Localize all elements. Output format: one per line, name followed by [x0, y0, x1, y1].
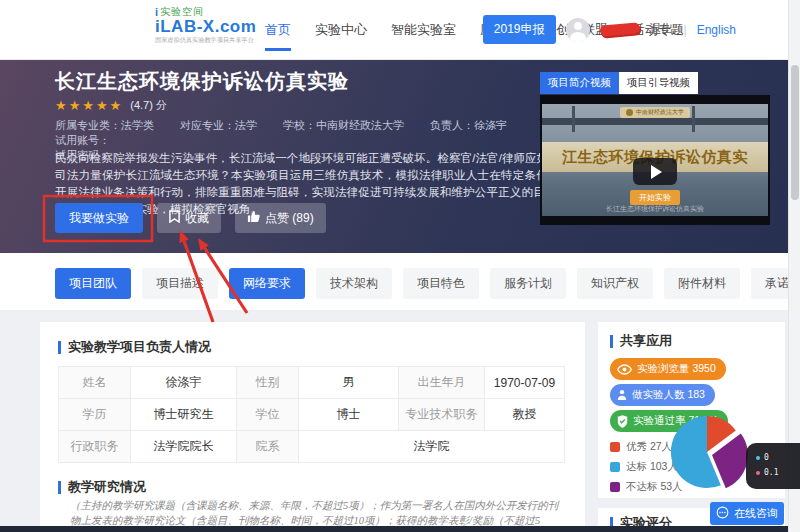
eye-icon [617, 364, 632, 375]
nav-item-smart-lab[interactable]: 智能实验室 [391, 0, 456, 59]
hero-banner: 长江生态环境保护诉讼仿真实验 ★★★★★ (4.7) 分 所属专业类：法学类对应… [0, 60, 788, 253]
navbar: i 实验空间 iLAB-X.com 国家虚拟仿真实验教学项目共享平台 首页 实验… [0, 0, 788, 60]
tab-intellectual-property[interactable]: 知识产权 [577, 268, 653, 299]
legend-swatch [610, 442, 620, 452]
video-tabs: 项目简介视频 项目引导视频 [540, 72, 698, 94]
section-accent-bar [58, 481, 61, 494]
video-caption: 长江生态环境保护诉讼仿真实验 [542, 204, 768, 214]
cell-label: 学位 [237, 399, 299, 431]
university-emblem: 中南财经政法大学 [620, 107, 690, 118]
cell-label: 姓名 [59, 367, 131, 399]
scrollbar-thumb[interactable] [791, 65, 799, 200]
legend-swatch [610, 462, 620, 472]
video-tab-intro[interactable]: 项目简介视频 [540, 72, 619, 94]
user-avatar[interactable] [566, 18, 590, 42]
intro-video-player[interactable]: 中南财经政法大学 江生态环境保护诉讼仿真实 开始实验 长江生态环境保护诉讼仿真实… [540, 95, 770, 225]
thumbs-up-icon [247, 210, 260, 226]
table-row: 行政职务 法学院院长 院系 法学院 [59, 431, 565, 463]
cell-value: 徐涤宇 [131, 367, 237, 399]
logo-tagline: 国家虚拟仿真实验教学项目共享平台 [155, 36, 260, 45]
person-icon [617, 389, 627, 401]
online-consult-button[interactable]: 在线咨询 [710, 502, 784, 525]
video-start-experiment-button[interactable]: 开始实验 [630, 190, 680, 205]
star-rating-icons: ★★★★★ [55, 98, 123, 113]
leader-info-card: 实验教学项目负责人情况 姓名 徐涤宇 性别 男 出生年月 1970-07-09 … [40, 322, 585, 526]
tab-project-description[interactable]: 项目描述 [142, 268, 218, 299]
tab-project-team[interactable]: 项目团队 [55, 268, 131, 299]
participants-stat-badge: 做实验人数 183 [610, 384, 715, 406]
cell-value: 法学院 [299, 431, 565, 463]
meta-trial-account: 试用账号： [55, 134, 110, 146]
research-section-title: 教学研究情况 [68, 478, 146, 496]
leader-table: 姓名 徐涤宇 性别 男 出生年月 1970-07-09 学历 博士研究生 学位 … [58, 366, 565, 463]
cell-label: 专业技术职务 [399, 399, 485, 431]
legend-swatch [610, 482, 620, 492]
views-stat-badge: 实验浏览量 3950 [610, 358, 726, 380]
cell-label: 行政职务 [59, 431, 131, 463]
cell-value: 教授 [485, 399, 565, 431]
crest-icon [626, 109, 633, 116]
favorite-button[interactable]: 收藏 [157, 203, 221, 233]
section-tabstrip: 项目团队 项目描述 网络要求 技术架构 项目特色 服务计划 知识产权 附件材料 … [0, 253, 788, 310]
cell-value: 法学院院长 [131, 431, 237, 463]
navbar-right: 2019申报 退出 | English [483, 0, 736, 59]
share-section-title: 共享应用 [620, 332, 672, 350]
meta-school: 学校：中南财经政法大学 [283, 119, 404, 131]
site-logo[interactable]: i 实验空间 iLAB-X.com 国家虚拟仿真实验教学项目共享平台 [155, 7, 265, 45]
video-thumbnail: 中南财经政法大学 江生态环境保护诉讼仿真实 开始实验 长江生态环境保护诉讼仿真实… [542, 104, 768, 216]
page: i 实验空间 iLAB-X.com 国家虚拟仿真实验教学项目共享平台 首页 实验… [0, 0, 800, 532]
chat-bubble-icon [716, 506, 729, 521]
rating-score: (4.7) 分 [130, 98, 167, 113]
table-row: 姓名 徐涤宇 性别 男 出生年月 1970-07-09 [59, 367, 565, 399]
tab-tech-architecture[interactable]: 技术架构 [316, 268, 392, 299]
tab-attachments[interactable]: 附件材料 [664, 268, 740, 299]
cell-value: 男 [299, 367, 399, 399]
bookmark-icon [169, 210, 180, 226]
logo-en-text: iLAB-X.com [155, 17, 265, 36]
logout-link[interactable]: 退出 [650, 21, 674, 38]
cell-label: 性别 [237, 367, 299, 399]
section-accent-bar [610, 335, 613, 348]
logo-i-mark: i [155, 7, 158, 17]
tab-service-plan[interactable]: 服务计划 [490, 268, 566, 299]
tab-project-features[interactable]: 项目特色 [403, 268, 479, 299]
monitor-dot [756, 471, 760, 475]
video-tab-guide[interactable]: 项目引导视频 [619, 72, 698, 94]
network-monitor-overlay: 0 0.1 [746, 443, 800, 489]
apply-2019-button[interactable]: 2019申报 [483, 15, 556, 44]
redacted-username-scribble [599, 22, 640, 36]
nav-item-experiment-center[interactable]: 实验中心 [315, 0, 367, 59]
cell-label: 出生年月 [399, 367, 485, 399]
experiment-title: 长江生态环境保护诉讼仿真实验 [55, 68, 349, 95]
like-button[interactable]: 点赞 (89) [235, 203, 326, 233]
meta-major: 对应专业：法学 [180, 119, 257, 131]
monitor-dot [756, 456, 760, 460]
cell-value: 1970-07-09 [485, 367, 565, 399]
section-accent-bar [58, 341, 61, 354]
nav-item-home[interactable]: 首页 [265, 0, 291, 59]
footer-bar [0, 526, 788, 532]
leader-section-title: 实验教学项目负责人情况 [68, 338, 211, 356]
cell-label: 院系 [237, 431, 299, 463]
table-row: 学历 博士研究生 学位 博士 专业技术职务 教授 [59, 399, 565, 431]
logo-cn-text: 实验空间 [160, 7, 204, 17]
language-toggle-english[interactable]: English [697, 23, 736, 37]
cell-value: 博士研究生 [131, 399, 237, 431]
cell-label: 学历 [59, 399, 131, 431]
shield-check-icon [617, 415, 628, 428]
nav-divider: | [684, 23, 687, 37]
meta-leader: 负责人：徐涤宇 [430, 119, 507, 131]
meta-category: 所属专业类：法学类 [55, 119, 154, 131]
results-pie-chart [660, 410, 755, 500]
cell-value: 博士 [299, 399, 399, 431]
play-button[interactable] [633, 158, 677, 185]
tab-network-requirements[interactable]: 网络要求 [229, 268, 305, 299]
play-icon [651, 165, 662, 179]
do-experiment-button[interactable]: 我要做实验 [55, 203, 143, 233]
